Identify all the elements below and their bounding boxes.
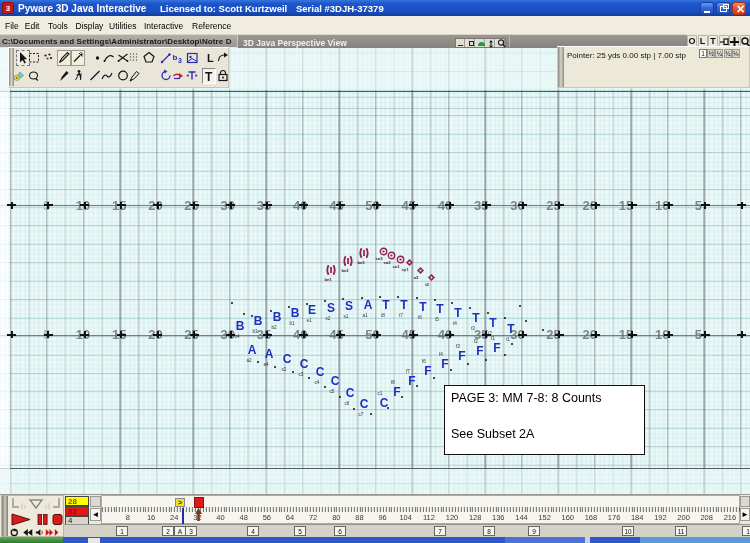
svg-text:T: T [205,70,213,84]
svg-text:L: L [207,52,214,64]
svg-text:3: 3 [178,57,182,64]
svg-text:b: b [173,53,178,62]
